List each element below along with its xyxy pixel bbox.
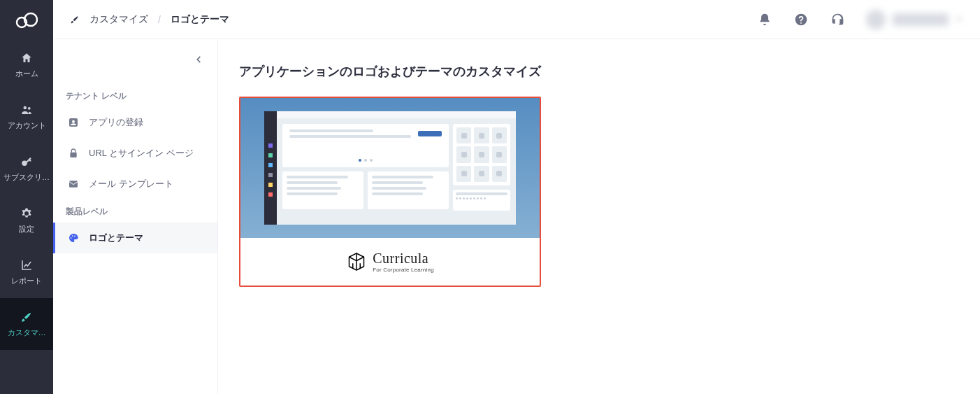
svg-point-5 (25, 211, 29, 215)
theme-preview-canvas (240, 98, 540, 238)
panel-item-url-signin[interactable]: URL とサインイン ページ (53, 138, 217, 169)
tenant-logo: Curricula For Corporate Learning (346, 251, 434, 273)
avatar (866, 10, 886, 29)
gear-icon (20, 207, 33, 220)
top-bar: カスタマイズ / ロゴとテーマ ▼ (53, 0, 980, 39)
palette-icon (68, 232, 79, 244)
help-button[interactable] (793, 11, 809, 28)
notifications-button[interactable] (756, 11, 773, 28)
primary-nav-rail: ホーム アカウント サブスクリ… 設定 レポート カスタマ… (0, 0, 53, 394)
breadcrumb-current: ロゴとテーマ (171, 13, 229, 26)
user-menu[interactable]: ▼ (865, 7, 963, 32)
panel-item-label: メール テンプレート (89, 178, 173, 190)
panel-heading-product: 製品レベル (53, 199, 217, 223)
rail-item-label: サブスクリ… (3, 172, 50, 183)
svg-point-13 (72, 120, 75, 123)
breadcrumb-separator: / (158, 14, 161, 25)
breadcrumb-root[interactable]: カスタマイズ (89, 13, 148, 26)
rail-item-label: アカウント (8, 120, 46, 131)
rail-item-account[interactable]: アカウント (0, 91, 53, 143)
mail-icon (68, 178, 79, 190)
panel-item-label: URL とサインイン ページ (89, 147, 194, 160)
brush-icon (20, 311, 33, 323)
collapse-sidebar-button[interactable] (53, 55, 217, 71)
svg-point-16 (71, 237, 72, 239)
help-circle-icon (794, 13, 808, 27)
breadcrumb: カスタマイズ / ロゴとテーマ (70, 13, 229, 26)
app-logo[interactable] (0, 0, 53, 39)
mini-app-mockup (264, 111, 516, 225)
lock-icon (68, 148, 79, 159)
panel-item-logo-theme[interactable]: ロゴとテーマ (53, 223, 217, 253)
svg-rect-15 (69, 181, 78, 187)
page-title: アプリケーションのロゴおよびテーマのカスタマイズ (239, 63, 959, 80)
rail-item-home[interactable]: ホーム (0, 39, 53, 91)
secondary-sidebar: テナント レベル アプリの登録 URL とサインイン ページ メール テンプレー… (53, 39, 218, 394)
rail-item-label: カスタマ… (8, 328, 46, 338)
theme-preview-card[interactable]: Curricula For Corporate Learning (239, 97, 541, 287)
headset-icon (830, 13, 844, 27)
users-icon (20, 104, 33, 116)
cloud-logo-icon (15, 10, 38, 29)
svg-point-3 (28, 106, 31, 109)
bell-icon (758, 13, 772, 27)
topbar-actions: ▼ (756, 7, 963, 32)
panel-heading-tenant: テナント レベル (53, 84, 217, 107)
rail-item-customize[interactable]: カスタマ… (0, 298, 53, 350)
app-tile-icon (68, 117, 79, 128)
rail-item-label: 設定 (19, 224, 34, 234)
main-content: アプリケーションのロゴおよびテーマのカスタマイズ (218, 39, 980, 394)
chevron-down-icon: ▼ (956, 15, 963, 23)
panel-item-label: アプリの登録 (89, 116, 143, 129)
panel-item-app-registration[interactable]: アプリの登録 (53, 107, 217, 138)
panel-item-label: ロゴとテーマ (89, 232, 143, 244)
user-name-redacted (893, 13, 949, 26)
rail-item-report[interactable]: レポート (0, 246, 53, 298)
rail-item-label: ホーム (15, 69, 38, 79)
chart-icon (20, 259, 33, 272)
rail-item-label: レポート (11, 276, 42, 286)
svg-point-2 (24, 106, 27, 109)
rail-item-subscription[interactable]: サブスクリ… (0, 143, 53, 195)
svg-point-17 (72, 235, 73, 237)
rail-item-settings[interactable]: 設定 (0, 195, 53, 246)
curricula-box-icon (346, 251, 367, 272)
brand-name: Curricula (373, 251, 434, 267)
panel-item-mail-template[interactable]: メール テンプレート (53, 169, 217, 199)
svg-rect-14 (70, 153, 76, 157)
brand-tagline: For Corporate Learning (373, 267, 434, 273)
svg-point-18 (74, 235, 75, 237)
key-icon (20, 155, 33, 168)
brush-icon (70, 15, 80, 24)
support-button[interactable] (829, 11, 846, 28)
chevron-left-icon (194, 55, 203, 64)
theme-preview-footer: Curricula For Corporate Learning (240, 238, 540, 286)
home-icon (20, 52, 33, 64)
